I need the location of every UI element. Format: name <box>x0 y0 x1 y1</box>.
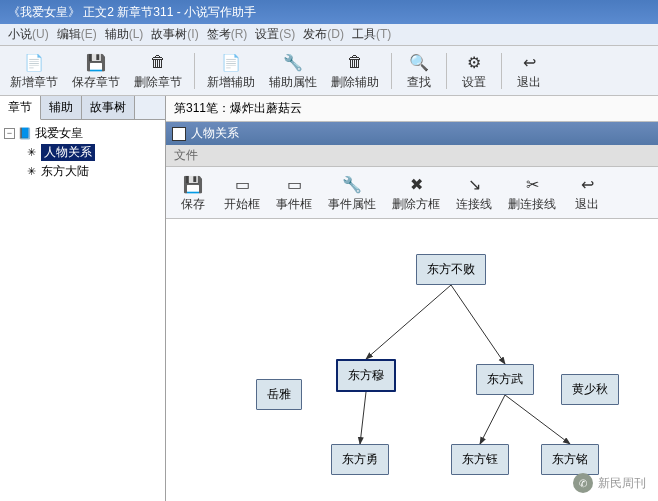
toolbar-删除辅助[interactable]: 🗑删除辅助 <box>325 48 385 93</box>
dtb-删除方框[interactable]: ✖删除方框 <box>386 170 446 215</box>
svg-line-0 <box>366 285 451 359</box>
menu-编辑[interactable]: 编辑(E) <box>53 24 101 45</box>
menu-bar: 小说(U)编辑(E)辅助(L)故事树(I)签考(R)设置(S)发布(D)工具(T… <box>0 24 658 46</box>
diagram-node[interactable]: 东方铭 <box>541 444 599 475</box>
diagram-node[interactable]: 黄少秋 <box>561 374 619 405</box>
diagram-node[interactable]: 东方钰 <box>451 444 509 475</box>
tree-item-relations[interactable]: ✳ 人物关系 <box>24 143 161 162</box>
watermark-text: 新民周刊 <box>598 475 646 492</box>
collapse-icon[interactable]: − <box>4 128 15 139</box>
panel-icon <box>172 127 186 141</box>
wechat-icon: ✆ <box>573 473 593 493</box>
删除辅助-icon: 🗑 <box>343 50 367 74</box>
删连接线-icon: ✂ <box>520 172 544 196</box>
tree-item-label: 东方大陆 <box>41 163 89 180</box>
tree-item-label: 人物关系 <box>41 144 95 161</box>
menu-签考[interactable]: 签考(R) <box>203 24 252 45</box>
toolbar-保存章节[interactable]: 💾保存章节 <box>66 48 126 93</box>
tab-章节[interactable]: 章节 <box>0 96 41 120</box>
dtb-保存[interactable]: 💾保存 <box>172 170 214 215</box>
tab-故事树[interactable]: 故事树 <box>82 96 135 119</box>
toolbar-辅助属性[interactable]: 🔧辅助属性 <box>263 48 323 93</box>
dtb-删连接线[interactable]: ✂删连接线 <box>502 170 562 215</box>
panel-title-text: 人物关系 <box>191 125 239 142</box>
book-icon: 📘 <box>18 127 32 141</box>
node-icon: ✳ <box>24 165 38 179</box>
toolbar-查找[interactable]: 🔍查找 <box>398 48 440 93</box>
退出-icon: ↩ <box>575 172 599 196</box>
设置-icon: ⚙ <box>462 50 486 74</box>
diagram-node[interactable]: 东方武 <box>476 364 534 395</box>
file-subtab[interactable]: 文件 <box>166 145 658 167</box>
diagram-canvas[interactable]: 东方不败岳雅东方穆东方武黄少秋东方勇东方钰东方铭 <box>166 219 658 501</box>
dtb-退出[interactable]: ↩退出 <box>566 170 608 215</box>
separator <box>446 53 447 89</box>
保存-icon: 💾 <box>181 172 205 196</box>
tree-root-label: 我爱女皇 <box>35 125 83 142</box>
diagram-node[interactable]: 东方勇 <box>331 444 389 475</box>
新增辅助-icon: 📄 <box>219 50 243 74</box>
chapter-title: 第311笔：爆炸出蘑菇云 <box>174 101 302 115</box>
删除方框-icon: ✖ <box>404 172 428 196</box>
menu-设置[interactable]: 设置(S) <box>251 24 299 45</box>
删除章节-icon: 🗑 <box>146 50 170 74</box>
tree-item-continent[interactable]: ✳ 东方大陆 <box>24 162 161 181</box>
watermark: ✆ 新民周刊 <box>573 473 646 493</box>
事件框-icon: ▭ <box>282 172 306 196</box>
查找-icon: 🔍 <box>407 50 431 74</box>
tab-辅助[interactable]: 辅助 <box>41 96 82 119</box>
separator <box>391 53 392 89</box>
panel-title-bar: 人物关系 <box>166 122 658 145</box>
menu-小说[interactable]: 小说(U) <box>4 24 53 45</box>
menu-工具[interactable]: 工具(T) <box>348 24 395 45</box>
diagram-node[interactable]: 东方不败 <box>416 254 486 285</box>
新增章节-icon: 📄 <box>22 50 46 74</box>
toolbar-删除章节[interactable]: 🗑删除章节 <box>128 48 188 93</box>
dtb-连接线[interactable]: ↘连接线 <box>450 170 498 215</box>
main-toolbar: 📄新增章节💾保存章节🗑删除章节📄新增辅助🔧辅助属性🗑删除辅助🔍查找⚙设置↩退出 <box>0 46 658 96</box>
sidebar: 章节辅助故事树 − 📘 我爱女皇 ✳ 人物关系 ✳ 东方大陆 <box>0 96 166 501</box>
sidebar-tabs: 章节辅助故事树 <box>0 96 165 120</box>
node-icon: ✳ <box>24 146 38 160</box>
tree-root[interactable]: − 📘 我爱女皇 <box>4 124 161 143</box>
svg-line-2 <box>360 392 366 444</box>
menu-发布[interactable]: 发布(D) <box>299 24 348 45</box>
dtb-事件属性[interactable]: 🔧事件属性 <box>322 170 382 215</box>
dtb-开始框[interactable]: ▭开始框 <box>218 170 266 215</box>
title-bar: 《我爱女皇》 正文2 新章节311 - 小说写作助手 <box>0 0 658 24</box>
toolbar-新增章节[interactable]: 📄新增章节 <box>4 48 64 93</box>
开始框-icon: ▭ <box>230 172 254 196</box>
diagram-toolbar: 💾保存▭开始框▭事件框🔧事件属性✖删除方框↘连接线✂删连接线↩退出 <box>166 167 658 219</box>
content-header: 第311笔：爆炸出蘑菇云 <box>166 96 658 122</box>
辅助属性-icon: 🔧 <box>281 50 305 74</box>
svg-line-3 <box>480 395 505 444</box>
保存章节-icon: 💾 <box>84 50 108 74</box>
window-title: 《我爱女皇》 正文2 新章节311 - 小说写作助手 <box>8 4 256 21</box>
diagram-node[interactable]: 东方穆 <box>336 359 396 392</box>
content-area: 第311笔：爆炸出蘑菇云 人物关系 文件 💾保存▭开始框▭事件框🔧事件属性✖删除… <box>166 96 658 501</box>
separator <box>501 53 502 89</box>
menu-辅助[interactable]: 辅助(L) <box>101 24 148 45</box>
退出-icon: ↩ <box>517 50 541 74</box>
dtb-事件框[interactable]: ▭事件框 <box>270 170 318 215</box>
tree-view: − 📘 我爱女皇 ✳ 人物关系 ✳ 东方大陆 <box>0 120 165 501</box>
menu-故事树[interactable]: 故事树(I) <box>147 24 202 45</box>
svg-line-1 <box>451 285 505 364</box>
toolbar-设置[interactable]: ⚙设置 <box>453 48 495 93</box>
事件属性-icon: 🔧 <box>340 172 364 196</box>
toolbar-退出[interactable]: ↩退出 <box>508 48 550 93</box>
separator <box>194 53 195 89</box>
diagram-node[interactable]: 岳雅 <box>256 379 302 410</box>
toolbar-新增辅助[interactable]: 📄新增辅助 <box>201 48 261 93</box>
连接线-icon: ↘ <box>462 172 486 196</box>
